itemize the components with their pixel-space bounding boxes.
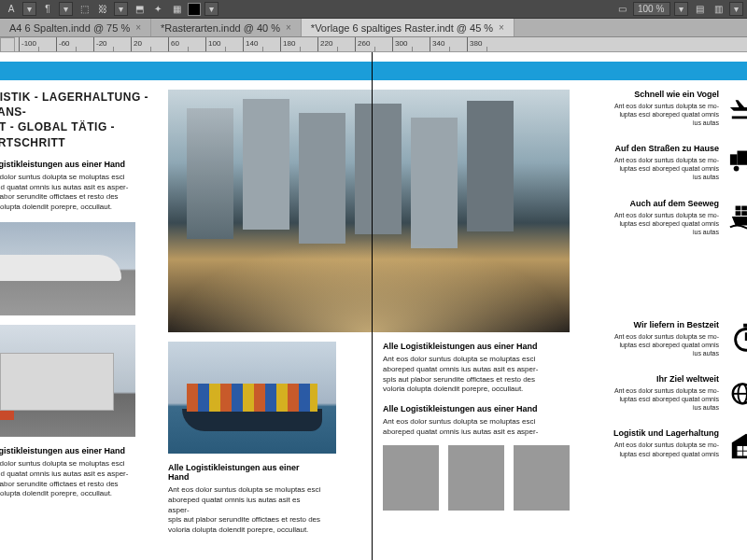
align-dropdown[interactable]: ▾ — [59, 2, 73, 16]
ruler-tick: 220 — [317, 37, 355, 51]
svg-rect-6 — [736, 205, 741, 210]
ruler-tick: -20 — [93, 37, 131, 51]
ruler-tick: 260 — [355, 37, 392, 51]
feature-body: Ant eos dolor suntus dolupta se mo- lupt… — [579, 211, 719, 236]
wrap-icon[interactable]: ▦ — [169, 2, 184, 17]
subhead: e Logistikleistungen aus einer Hand — [0, 446, 168, 455]
document-tabbar: A4 6 Spalten.indd @ 75 % × *Rasterarten.… — [0, 19, 747, 37]
close-icon[interactable]: × — [286, 22, 291, 33]
screen-mode-icon[interactable]: ▤ — [692, 2, 707, 17]
subhead: Alle Logistikleistungen aus einer Hand — [168, 463, 322, 482]
close-icon[interactable]: × — [499, 22, 504, 33]
view-mode-icon[interactable]: ▭ — [614, 2, 629, 17]
document-canvas[interactable]: OGISTIK - LAGERHALTUNG - TRANS- ORT - GL… — [0, 52, 747, 560]
svg-rect-10 — [741, 211, 747, 216]
ruler-tick: 100 — [205, 37, 243, 51]
feature-item: Logistik und LagerhaltungAnt eos dolor s… — [579, 428, 747, 462]
stroke-dropdown[interactable]: ▾ — [114, 2, 128, 16]
feature-body: Ant eos dolor suntus dolupta se mo- lupt… — [579, 441, 719, 457]
feature-title: Auf den Straßen zu Hause — [579, 144, 719, 153]
feature-item: Auch auf dem SeewegAnt eos dolor suntus … — [579, 199, 747, 236]
options-toolbar: A ▾ ¶ ▾ ⬚ ⛓ ▾ ⬒ ✦ ▦ ▾ ▭ 100 % ▾ ▤ ▥ ▾ — [0, 0, 747, 19]
airplane-icon — [726, 90, 747, 123]
sidebar-features: Schnell wie ein VogelAnt eos dolor suntu… — [579, 90, 747, 479]
feature-item: Wir liefern in BestzeitAnt eos dolor sun… — [579, 320, 747, 357]
page-spine — [372, 52, 373, 560]
tab-label: *Rasterarten.indd @ 40 % — [161, 22, 280, 34]
link-icon[interactable]: ⬚ — [77, 2, 92, 17]
font-dropdown[interactable]: ▾ — [22, 2, 36, 16]
warehouse-icon — [726, 428, 747, 462]
headline-text: OGISTIK - LAGERHALTUNG - TRANS- ORT - GL… — [0, 90, 168, 150]
zoom-dropdown[interactable]: ▾ — [674, 2, 688, 16]
feature-item: Ihr Ziel weltweitAnt eos dolor suntus do… — [579, 374, 747, 412]
document-tab-0[interactable]: A4 6 Spalten.indd @ 75 % × — [0, 19, 151, 36]
feature-body: Ant eos dolor suntus dolupta se mo- lupt… — [579, 386, 719, 412]
svg-rect-20 — [738, 446, 743, 451]
ruler-origin[interactable] — [0, 37, 15, 52]
placeholder-row — [383, 445, 570, 511]
image-airplane — [0, 222, 135, 315]
globe-pin-icon — [726, 374, 747, 408]
tab-label: A4 6 Spalten.indd @ 75 % — [9, 22, 130, 34]
image-placeholder — [383, 445, 439, 511]
body-text: Ant eos dolor suntus dolupta se moluptas… — [168, 485, 322, 536]
ruler-tick: 380 — [467, 37, 504, 51]
feature-body: Ant eos dolor suntus dolupta se mo- lupt… — [579, 102, 719, 127]
tab-label: *Vorlage 6 spaltiges Raster.indt @ 45 % — [311, 22, 493, 34]
fill-dropdown[interactable]: ▾ — [204, 2, 218, 16]
body-text: Ant eos dolor suntus dolupta se moluptas… — [383, 355, 570, 395]
column-ship: Alle Logistikleistungen aus einer Hand A… — [168, 342, 322, 536]
fill-swatch-icon[interactable] — [188, 3, 201, 16]
svg-rect-0 — [732, 116, 747, 119]
ruler-tick: 140 — [243, 37, 280, 51]
header-color-bar — [0, 62, 747, 80]
feature-body: Ant eos dolor suntus dolupta se mo- lupt… — [579, 156, 719, 181]
left-page-content: OGISTIK - LAGERHALTUNG - TRANS- ORT - GL… — [0, 90, 168, 499]
horizontal-ruler[interactable]: -140-100-60-2020601001401802202603003403… — [0, 37, 747, 52]
body-text: t eos dolor suntus dolupta se moluptas e… — [0, 459, 168, 499]
svg-rect-7 — [741, 205, 747, 210]
document-tab-1[interactable]: *Rasterarten.indd @ 40 % × — [151, 19, 302, 36]
ship-icon — [726, 199, 747, 232]
subhead: Alle Logistikleistungen aus einer Hand — [383, 404, 570, 413]
arrange-docs-icon[interactable]: ▥ — [711, 2, 726, 17]
image-placeholder — [448, 445, 504, 511]
ruler-tick: 180 — [280, 37, 317, 51]
text-tool-icon[interactable]: A — [4, 2, 19, 17]
svg-point-3 — [734, 166, 740, 172]
truck-icon — [726, 144, 747, 177]
feature-body: Ant eos dolor suntus dolupta se mo- lupt… — [579, 332, 719, 357]
svg-rect-1 — [730, 155, 738, 165]
close-icon[interactable]: × — [135, 22, 141, 33]
ruler-tick: -100 — [19, 37, 56, 51]
ruler-tick: 20 — [131, 37, 168, 51]
paragraph-icon[interactable]: ¶ — [40, 2, 55, 17]
svg-rect-23 — [738, 452, 743, 456]
svg-rect-24 — [743, 452, 747, 456]
feature-title: Schnell wie ein Vogel — [579, 90, 719, 99]
chain-icon[interactable]: ⛓ — [95, 2, 110, 17]
main-content: Alle Logistikleistungen aus einer Hand A… — [168, 90, 579, 536]
ruler-tick: 300 — [392, 37, 430, 51]
image-truck — [0, 325, 135, 437]
feature-title: Wir liefern in Bestzeit — [579, 320, 719, 329]
zoom-field[interactable]: 100 % — [633, 2, 670, 16]
body-text: t eos dolor suntus dolupta se moluptas e… — [0, 173, 168, 213]
feature-item: Auf den Straßen zu HauseAnt eos dolor su… — [579, 144, 747, 181]
svg-rect-21 — [743, 446, 747, 451]
document-tab-2[interactable]: *Vorlage 6 spaltiges Raster.indt @ 45 % … — [302, 19, 514, 36]
svg-rect-9 — [736, 211, 741, 216]
effects-icon[interactable]: ✦ — [150, 2, 165, 17]
image-placeholder — [514, 445, 570, 511]
arrange-icon[interactable]: ⬒ — [132, 2, 147, 17]
feature-item: Schnell wie ein VogelAnt eos dolor suntu… — [579, 90, 747, 127]
image-city-hero — [168, 90, 570, 332]
workspace-dropdown[interactable]: ▾ — [729, 2, 743, 16]
feature-title: Ihr Ziel weltweit — [579, 374, 719, 384]
subhead: Alle Logistikleistungen aus einer Hand — [383, 342, 570, 351]
image-container-ship — [168, 342, 336, 454]
column-right-text: Alle Logistikleistungen aus einer Hand A… — [383, 342, 570, 536]
ruler-tick: 60 — [168, 37, 205, 51]
svg-rect-2 — [738, 151, 748, 165]
